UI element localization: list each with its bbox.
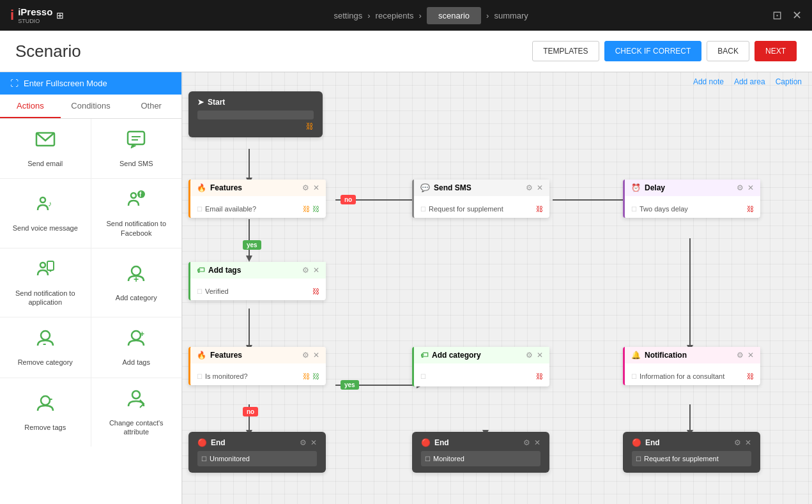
send-voice-label: Send voice message (13, 224, 78, 233)
next-button[interactable]: NEXT (755, 41, 797, 61)
addcategory-body: ☐ ⛓ (414, 367, 549, 386)
end1-title: 🔴 End (197, 438, 226, 447)
addcategory-gear-icon[interactable]: ⚙ (526, 351, 533, 360)
sms-gear-icon[interactable]: ⚙ (526, 183, 533, 192)
nav-step-scenario[interactable]: scenario (427, 7, 481, 24)
features2-gear-icon[interactable]: ⚙ (302, 351, 309, 360)
fullscreen-button[interactable]: ⛶ Enter Fullscreen Mode (0, 72, 181, 95)
sidebar-item-send-facebook[interactable]: f Send notification to Facebook (91, 179, 182, 248)
close-nav-icon[interactable]: ✕ (792, 8, 802, 22)
back-button[interactable]: BACK (707, 41, 749, 61)
fullscreen-icon: ⛶ (10, 79, 19, 88)
remove-tags-icon: - (35, 393, 56, 418)
main-layout: ⛶ Enter Fullscreen Mode Actions Conditio… (0, 72, 812, 504)
node-start[interactable]: ➤ Start ⛓ (188, 91, 323, 137)
addcategory-title: 🏷 Add category (420, 351, 481, 360)
notification-link: ⛓ (747, 372, 754, 380)
sms-check: ☐ (420, 206, 426, 213)
nav-chevron-1: › (367, 11, 370, 20)
end1-gear-icon[interactable]: ⚙ (300, 438, 307, 447)
node-send-sms[interactable]: 💬 Send SMS ⚙ ✕ ☐ Request for supplement (412, 179, 549, 218)
addtags-gear-icon[interactable]: ⚙ (302, 266, 309, 275)
notification-close-icon[interactable]: ✕ (747, 351, 754, 360)
tab-other[interactable]: Other (121, 95, 181, 118)
svg-point-9 (40, 263, 45, 268)
badge-yes-2: yes (341, 380, 359, 390)
addcategory-icon: 🏷 (420, 351, 428, 360)
sidebar-item-send-notification-app[interactable]: Send notification to application (0, 248, 91, 317)
node-features-1[interactable]: 🔥 Features ⚙ ✕ ☐ Email available? (188, 179, 326, 218)
sidebar-item-send-voice[interactable]: ♪ Send voice message (0, 179, 91, 248)
sidebar-item-change-attribute[interactable]: Change contact's attribute (91, 378, 182, 447)
nav-step-settings[interactable]: settings (333, 11, 362, 20)
node-add-tags[interactable]: 🏷 Add tags ⚙ ✕ ☐ Verified ⛓ (188, 262, 326, 300)
sms-close-icon[interactable]: ✕ (537, 183, 543, 192)
sms-title: 💬 Send SMS (420, 183, 471, 192)
svg-point-16 (132, 331, 141, 340)
end2-title: 🔴 End (421, 438, 449, 447)
end2-close-icon[interactable]: ✕ (534, 438, 540, 447)
features1-gear-icon[interactable]: ⚙ (302, 183, 309, 192)
svg-text:+: + (140, 330, 144, 339)
end1-close-icon[interactable]: ✕ (310, 438, 317, 447)
node-notification[interactable]: 🔔 Notification ⚙ ✕ ☐ Information for a c… (623, 347, 760, 385)
minimize-icon[interactable]: ⊡ (772, 8, 782, 22)
svg-point-4 (40, 197, 45, 202)
add-note-button[interactable]: Add note (693, 77, 724, 86)
svg-point-11 (49, 270, 51, 271)
start-node-title: ➤ Start (197, 98, 225, 107)
end3-gear-icon[interactable]: ⚙ (734, 438, 741, 447)
svg-text:-: - (49, 393, 52, 404)
end3-check: ☐ (636, 455, 641, 462)
add-category-label: Add category (116, 293, 157, 302)
top-navigation: i iPresso STUDIO ⊞ settings › recepients… (0, 0, 812, 31)
nav-step-recepients[interactable]: recepients (376, 11, 414, 20)
addtags-check: ☐ (197, 288, 203, 295)
addtags-icon: 🏷 (197, 266, 204, 275)
node-end-3[interactable]: 🔴 End ⚙ ✕ ☐ Request for supplement (623, 432, 760, 473)
sidebar-item-remove-category[interactable]: - Remove category (0, 317, 91, 377)
add-tags-icon: + (126, 328, 146, 353)
nav-chevron-3: › (486, 11, 489, 20)
delay-gear-icon[interactable]: ⚙ (737, 183, 744, 192)
end1-check: ☐ (201, 455, 207, 462)
tab-actions[interactable]: Actions (0, 95, 61, 118)
features2-close-icon[interactable]: ✕ (313, 351, 319, 360)
node-end-1[interactable]: 🔴 End ⚙ ✕ ☐ Unmonitored (188, 432, 326, 473)
features1-close-icon[interactable]: ✕ (313, 183, 319, 192)
sidebar: ⛶ Enter Fullscreen Mode Actions Conditio… (0, 72, 182, 504)
addtags-body: ☐ Verified ⛓ (190, 282, 326, 300)
templates-button[interactable]: TEMPLATES (532, 41, 599, 61)
tab-conditions[interactable]: Conditions (61, 95, 121, 118)
end3-close-icon[interactable]: ✕ (745, 438, 751, 447)
features1-body: ☐ Email available? ⛓ ⛓ (190, 200, 326, 218)
end2-icon: 🔴 (421, 438, 431, 447)
send-voice-icon: ♪ (35, 194, 56, 218)
sidebar-item-add-tags[interactable]: + Add tags (91, 317, 182, 377)
features1-link2: ⛓ (312, 205, 319, 213)
sidebar-item-send-email[interactable]: Send email (0, 119, 91, 178)
features1-link1: ⛓ (303, 205, 310, 213)
add-area-button[interactable]: Add area (734, 77, 765, 86)
sidebar-item-send-sms[interactable]: Send SMS (91, 119, 182, 178)
features1-icon: 🔥 (197, 183, 206, 192)
node-delay[interactable]: ⏰ Delay ⚙ ✕ ☐ Two days delay ⛓ (623, 179, 760, 218)
node-end-2[interactable]: 🔴 End ⚙ ✕ ☐ Monitored (412, 432, 549, 473)
node-features-2[interactable]: 🔥 Features ⚙ ✕ ☐ Is monitored? (188, 347, 326, 385)
badge-yes-1: yes (243, 240, 261, 250)
notification-gear-icon[interactable]: ⚙ (737, 351, 744, 360)
node-add-category[interactable]: 🏷 Add category ⚙ ✕ ☐ ⛓ (412, 347, 549, 386)
delay-close-icon[interactable]: ✕ (747, 183, 754, 192)
end3-icon: 🔴 (632, 438, 641, 447)
check-button[interactable]: CHECK IF CORRECT (604, 41, 702, 61)
addtags-close-icon[interactable]: ✕ (313, 266, 319, 275)
sidebar-item-add-category[interactable]: + Add category (91, 248, 182, 317)
caption-button[interactable]: Caption (776, 77, 802, 86)
sidebar-item-remove-tags[interactable]: - Remove tags (0, 378, 91, 447)
change-attribute-icon (126, 388, 146, 413)
canvas-toolbar: Add note Add area Caption (683, 72, 812, 91)
nav-step-summary[interactable]: summary (494, 11, 528, 20)
svg-rect-1 (128, 132, 144, 144)
end2-gear-icon[interactable]: ⚙ (523, 438, 530, 447)
addcategory-close-icon[interactable]: ✕ (537, 351, 543, 360)
